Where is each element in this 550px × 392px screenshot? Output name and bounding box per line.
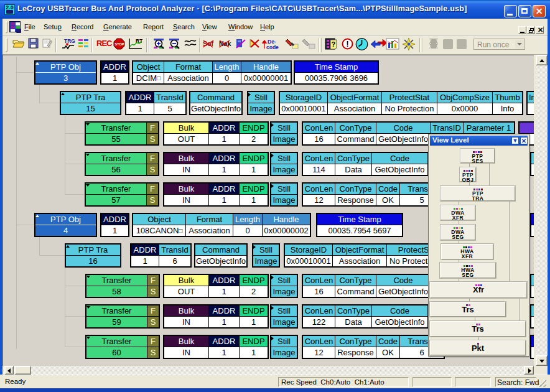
svg-text:?: ? <box>331 40 335 48</box>
svg-text:REC: REC <box>96 39 113 48</box>
svg-text:STOP: STOP <box>114 42 124 46</box>
svg-text:code: code <box>266 44 279 50</box>
svg-text:TRG: TRG <box>64 38 75 44</box>
svg-text:!: ! <box>346 40 348 49</box>
